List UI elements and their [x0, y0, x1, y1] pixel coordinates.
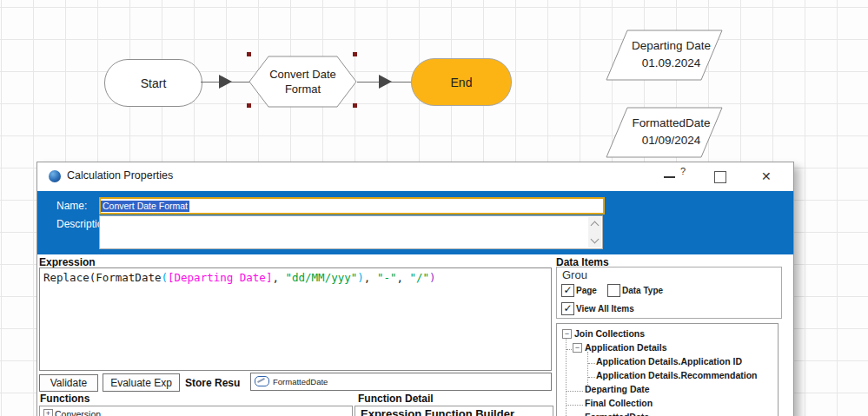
- dialog-header-band: Name: Convert Date Format Description:: [37, 191, 793, 254]
- tree-item[interactable]: −Join Collections: [557, 327, 778, 340]
- app-icon: [49, 170, 61, 182]
- page-checkbox[interactable]: [561, 284, 574, 297]
- expression-token: ): [429, 271, 436, 284]
- name-input-value: Convert Date Format: [101, 201, 189, 212]
- calculation-node-label: Convert Date Format: [248, 56, 357, 108]
- data-item-pencil-icon: [255, 376, 269, 386]
- tree-item-label: FormattedDate: [585, 412, 649, 416]
- data-item-name: FormattedDate: [632, 115, 710, 132]
- help-icon[interactable]: ?: [680, 166, 686, 176]
- calculation-properties-dialog: Calculation Properties ? ✕ Name: Convert…: [36, 162, 794, 416]
- resize-handle[interactable]: [247, 103, 251, 108]
- resize-handle[interactable]: [353, 103, 357, 108]
- tree-connector: [588, 377, 595, 378]
- expression-token: "-": [377, 271, 397, 284]
- collapse-icon[interactable]: −: [573, 343, 582, 353]
- arrowhead-icon: [219, 75, 232, 89]
- maximize-button[interactable]: [714, 171, 726, 183]
- data-type-checkbox[interactable]: [607, 284, 620, 297]
- process-studio-canvas: Start Convert Date Format End Departing …: [0, 0, 868, 416]
- store-result-value: FormattedDate: [273, 377, 328, 386]
- page-checkbox-label: Page: [576, 286, 597, 295]
- data-item-value: 01/09/2024: [642, 132, 701, 149]
- tree-item[interactable]: Departing Date: [557, 382, 778, 396]
- validate-button[interactable]: Validate: [39, 374, 98, 392]
- expression-label: Expression: [39, 256, 96, 268]
- close-icon[interactable]: ✕: [761, 169, 772, 183]
- arrowhead-icon: [379, 75, 392, 89]
- data-item-value: 01.09.2024: [642, 55, 701, 72]
- functions-label: Functions: [40, 393, 89, 405]
- evaluate-expression-button[interactable]: Evaluate Exp: [103, 373, 180, 392]
- data-item-departing-date[interactable]: Departing Date 01.09.2024: [606, 30, 723, 82]
- start-node[interactable]: Start: [104, 59, 202, 107]
- expression-editor[interactable]: Replace(FormatDate([Departing Date], "dd…: [39, 267, 552, 371]
- expression-token: (: [161, 271, 168, 284]
- calculation-node[interactable]: Convert Date Format: [248, 56, 357, 108]
- dialog-title: Calculation Properties: [67, 169, 173, 182]
- data-items-filter-group: Grou Page Data Type View All Items: [556, 267, 782, 319]
- tree-item[interactable]: Application Details.Recommendation: [557, 368, 778, 382]
- expand-icon[interactable]: +: [43, 409, 53, 416]
- scroll-up-icon[interactable]: [591, 221, 600, 230]
- tree-item-label: Application Details.Recommendation: [596, 370, 758, 380]
- expression-code: Replace(FormatDate([Departing Date], "dd…: [43, 271, 436, 284]
- tree-item[interactable]: Application Details.Application ID: [557, 354, 778, 368]
- tree-item-label: Join Collections: [574, 328, 645, 339]
- dialog-titlebar: Calculation Properties ? ✕: [37, 162, 793, 191]
- expression-token: Replace(FormatDate: [43, 271, 161, 284]
- minimize-button[interactable]: [664, 176, 675, 178]
- resize-handle[interactable]: [353, 52, 357, 56]
- tree-item[interactable]: −Application Details: [557, 340, 778, 354]
- tree-connector: [567, 391, 583, 392]
- name-input[interactable]: Convert Date Format: [99, 197, 605, 215]
- functions-tree: + Conversion: [39, 406, 353, 416]
- resize-handle[interactable]: [247, 52, 251, 56]
- collapse-icon[interactable]: −: [562, 329, 572, 339]
- data-item-name: Departing Date: [632, 37, 711, 55]
- store-result-field[interactable]: FormattedDate: [250, 373, 552, 391]
- expression-function-builder-title: Expression Function Builder: [361, 407, 514, 416]
- expression-token: ): [357, 271, 364, 284]
- tree-item-label: Departing Date: [585, 384, 650, 394]
- data-type-checkbox-label: Data Type: [622, 286, 663, 295]
- end-node-label: End: [451, 76, 473, 89]
- tree-connector: [567, 405, 583, 406]
- scroll-down-icon[interactable]: [591, 235, 600, 244]
- expression-token: "dd/MM/yyy": [285, 271, 357, 284]
- description-scrollbar[interactable]: [588, 217, 601, 248]
- data-items-tree: −Join Collections−Application DetailsApp…: [556, 323, 779, 416]
- start-node-label: Start: [141, 76, 167, 90]
- data-item-formatteddate[interactable]: FormattedDate 01/09/2024: [606, 107, 723, 159]
- tree-item[interactable]: FormattedDate: [557, 410, 778, 416]
- expression-token: ,: [364, 271, 377, 284]
- expression-token: ,: [272, 271, 285, 284]
- tree-item[interactable]: Final Collection: [557, 396, 778, 410]
- tree-connector: [588, 363, 595, 364]
- tree-connector: [567, 349, 572, 350]
- expression-token: "/": [410, 271, 430, 284]
- tree-item-label: Final Collection: [585, 398, 653, 408]
- expression-token: [Departing Date]: [168, 271, 272, 284]
- name-label: Name:: [56, 200, 87, 212]
- description-input[interactable]: [99, 215, 603, 249]
- store-result-label: Store Resu: [185, 377, 240, 389]
- function-detail-label: Function Detail: [358, 393, 434, 405]
- group-label: Grou: [562, 268, 587, 281]
- function-detail-panel: Expression Function Builder: [354, 406, 553, 416]
- end-node[interactable]: End: [411, 58, 512, 106]
- view-all-items-checkbox-label: View All Items: [576, 304, 634, 314]
- expression-token: ,: [396, 271, 409, 284]
- view-all-items-checkbox[interactable]: [561, 302, 574, 315]
- tree-item-label: Application Details: [585, 342, 667, 353]
- tree-item-conversion[interactable]: + Conversion: [40, 406, 352, 416]
- tree-item-label: Application Details.Application ID: [596, 356, 742, 366]
